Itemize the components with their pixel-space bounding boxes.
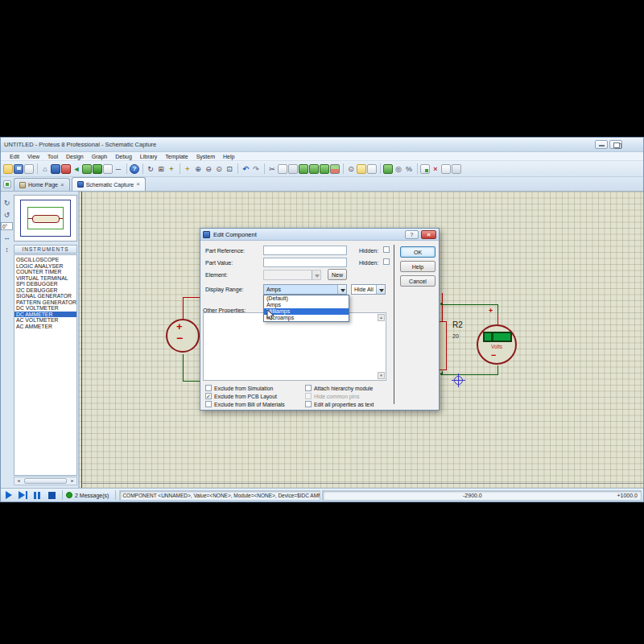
flip-horizontal-icon[interactable]: ↔ — [2, 233, 12, 242]
menu-help[interactable]: Help — [219, 152, 238, 161]
gear-icon[interactable] — [82, 164, 92, 174]
attach-hierarchy-checkbox[interactable] — [305, 385, 312, 391]
menu-view[interactable]: View — [23, 152, 43, 161]
zoom-out-icon[interactable]: ⊖ — [204, 164, 213, 174]
restore-button[interactable] — [609, 140, 622, 149]
schematic-capture-icon[interactable] — [51, 164, 60, 174]
list-item[interactable]: I2C DEBUGGER — [14, 287, 76, 294]
packaging-icon[interactable] — [367, 164, 377, 174]
new-element-button[interactable]: New — [328, 269, 347, 280]
instruments-hscrollbar[interactable]: ◄ ► — [14, 477, 77, 485]
dialog-close-icon[interactable]: × — [421, 230, 436, 239]
cut-icon[interactable]: ✂ — [267, 164, 277, 174]
edit-properties-text-checkbox[interactable] — [305, 401, 312, 407]
tab-schematic-capture[interactable]: Schematic Capture × — [72, 177, 146, 191]
property-assignment-icon[interactable]: % — [404, 164, 414, 174]
list-item[interactable]: DC VOLTMETER — [14, 305, 76, 312]
other-properties-textarea[interactable]: ▲ ▼ — [203, 312, 386, 381]
scroll-up-icon[interactable]: ▲ — [378, 314, 385, 321]
menu-template[interactable]: Template — [161, 152, 192, 161]
help-button[interactable]: Help — [400, 261, 436, 272]
import-project-icon[interactable] — [24, 164, 34, 174]
hidden-checkbox-1[interactable] — [383, 246, 390, 253]
save-project-icon[interactable] — [14, 164, 23, 174]
notes-icon[interactable]: ─ — [114, 164, 123, 174]
refresh-icon[interactable]: ↻ — [146, 164, 155, 174]
list-item[interactable]: PATTERN GENERATOR — [14, 299, 76, 306]
scroll-left-icon[interactable]: ◄ — [14, 477, 23, 485]
menu-tool[interactable]: Tool — [43, 152, 62, 161]
exclude-pcb-checkbox[interactable]: ✓ — [205, 393, 212, 399]
message-count[interactable]: 2 Message(s) — [75, 493, 109, 498]
scroll-down-icon[interactable]: ▼ — [378, 372, 385, 379]
remove-sheet-icon[interactable]: × — [431, 164, 440, 174]
list-item[interactable]: OSCILLOSCOPE — [14, 257, 76, 263]
block-rotate-icon[interactable] — [320, 164, 329, 174]
hidden-checkbox-2[interactable] — [383, 258, 390, 265]
dropdown-option-highlighted[interactable]: Milliamps — [264, 308, 349, 315]
grid-icon[interactable]: ⊞ — [156, 164, 166, 174]
wire-autorouter-icon[interactable] — [383, 164, 393, 174]
flip-vertical-icon[interactable]: ↕ — [2, 245, 12, 254]
exclude-bom-checkbox[interactable] — [205, 401, 212, 407]
scrollbar-thumb[interactable] — [24, 478, 67, 484]
tab-home-close-icon[interactable]: × — [60, 182, 64, 188]
menu-debug[interactable]: Debug — [111, 152, 136, 161]
rotate-clockwise-icon[interactable]: ↻ — [2, 198, 12, 208]
search-icon[interactable]: ◎ — [394, 164, 403, 174]
menu-library[interactable]: Library — [136, 152, 161, 161]
list-item[interactable]: VIRTUAL TERMINAL — [14, 275, 76, 282]
dialog-titlebar[interactable]: Edit Component ? × — [200, 229, 439, 241]
list-item[interactable]: SIGNAL GENERATOR — [14, 293, 76, 299]
list-item-selected[interactable]: DC AMMETER — [14, 312, 76, 318]
paste-icon[interactable] — [288, 164, 298, 174]
pick-parts-icon[interactable]: ⊙ — [346, 164, 356, 174]
rotate-counterclockwise-icon[interactable]: ↺ — [2, 210, 12, 220]
visibility-combobox[interactable]: Hide All — [351, 284, 386, 295]
tab-home-page[interactable]: Home Page × — [14, 178, 70, 191]
part-reference-input[interactable] — [263, 246, 347, 255]
new-page-icon[interactable] — [3, 180, 11, 188]
origin-icon[interactable]: + — [167, 164, 176, 174]
exclude-simulation-checkbox[interactable] — [205, 385, 212, 391]
stop-button[interactable] — [48, 492, 56, 499]
play-button[interactable] — [6, 491, 12, 499]
goto-sheet-icon[interactable] — [441, 164, 451, 174]
list-item[interactable]: LOGIC ANALYSER — [14, 263, 76, 270]
undo-icon[interactable]: ↶ — [241, 164, 250, 174]
list-item[interactable]: AC AMMETER — [14, 324, 76, 330]
zoom-area-icon[interactable]: ⊡ — [225, 164, 234, 174]
menu-design[interactable]: Design — [62, 152, 88, 161]
dialog-help-icon[interactable]: ? — [405, 230, 419, 239]
ok-button[interactable]: OK — [400, 246, 436, 258]
block-move-icon[interactable] — [309, 164, 319, 174]
make-device-icon[interactable] — [357, 164, 366, 174]
scroll-right-icon[interactable]: ► — [68, 477, 76, 485]
new-sheet-icon[interactable] — [420, 164, 430, 174]
help-icon[interactable]: ? — [130, 164, 139, 174]
part-value-input[interactable] — [263, 258, 347, 267]
block-copy-icon[interactable] — [299, 164, 308, 174]
dropdown-option[interactable]: Amps — [264, 302, 349, 308]
bom-icon[interactable] — [93, 164, 102, 174]
menu-graph[interactable]: Graph — [88, 152, 111, 161]
pan-icon[interactable]: + — [183, 164, 192, 174]
list-item[interactable]: SPI DEBUGGER — [14, 281, 76, 287]
pause-button[interactable] — [34, 492, 42, 499]
properties-icon[interactable] — [103, 164, 113, 174]
open-project-icon[interactable] — [3, 164, 13, 174]
exit-sheet-icon[interactable] — [452, 164, 461, 174]
menu-edit[interactable]: Edit — [6, 152, 23, 161]
schematic-canvas[interactable]: + − R2 20 + Volts − — [79, 192, 643, 488]
redo-icon[interactable]: ↷ — [251, 164, 261, 174]
export-icon[interactable]: ◄ — [72, 164, 81, 174]
messages-status-icon[interactable] — [66, 492, 72, 498]
list-item[interactable]: AC VOLTMETER — [14, 317, 76, 324]
step-button[interactable] — [19, 491, 27, 499]
cancel-button[interactable]: Cancel — [400, 275, 436, 287]
dropdown-option[interactable]: (Default) — [264, 295, 349, 302]
tab-schematic-close-icon[interactable]: × — [136, 181, 140, 188]
rotation-angle-input[interactable] — [1, 222, 13, 230]
zoom-in-icon[interactable]: ⊕ — [193, 164, 203, 174]
zoom-all-icon[interactable]: ⊙ — [214, 164, 224, 174]
